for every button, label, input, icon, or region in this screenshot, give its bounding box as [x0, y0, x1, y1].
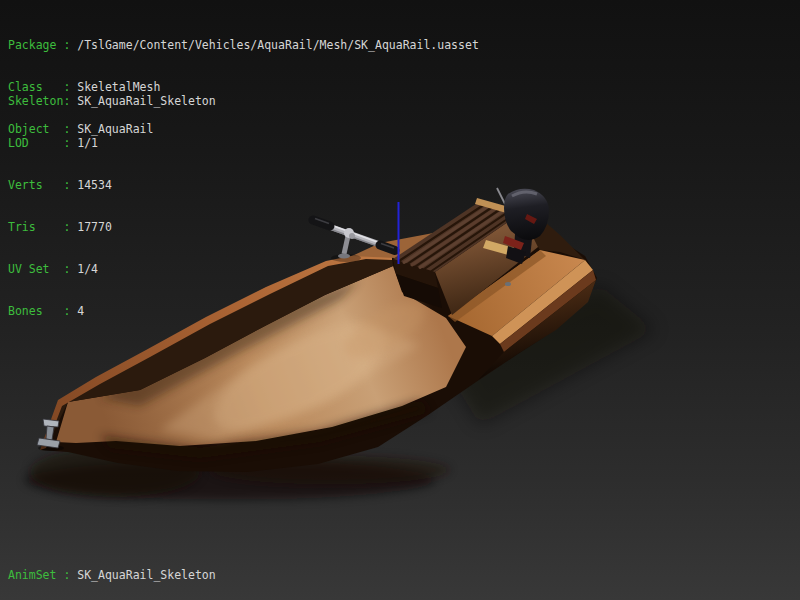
info-line-skeleton: Skeleton: SK_AquaRail_Skeleton — [8, 94, 216, 108]
info-line-package: Package : /TslGame/Content/Vehicles/Aqua… — [8, 38, 479, 52]
handlebar-base — [338, 254, 350, 259]
bone-line — [398, 202, 400, 264]
model-viewer-window: Package : /TslGame/Content/Vehicles/Aqua… — [0, 0, 800, 600]
info-line-lod: LOD : 1/1 — [8, 136, 216, 150]
info-line-tris: Tris : 17770 — [8, 220, 216, 234]
info-line-uvset: UV Set : 1/4 — [8, 262, 216, 276]
engine-antenna — [497, 188, 505, 204]
info-line-bones: Bones : 4 — [8, 304, 216, 318]
info-panel-mesh: Skeleton: SK_AquaRail_Skeleton LOD : 1/1… — [8, 66, 216, 346]
info-line-animset: AnimSet : SK_AquaRail_Skeleton — [8, 568, 216, 582]
handlebar-clamp-inner — [349, 233, 355, 239]
info-line-verts: Verts : 14534 — [8, 178, 216, 192]
info-panel-anim: AnimSet : SK_AquaRail_Skeleton RotationO… — [8, 540, 216, 600]
handlebar-stem — [344, 236, 348, 254]
deck-bolt — [505, 282, 511, 286]
